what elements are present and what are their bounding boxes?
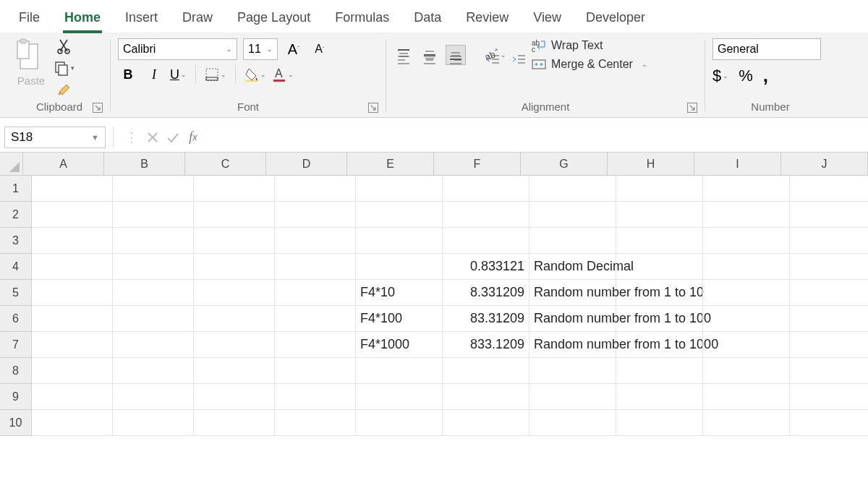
cell[interactable] (703, 306, 790, 332)
cell[interactable] (616, 280, 703, 306)
cell[interactable] (790, 228, 868, 254)
column-header[interactable]: I (694, 153, 781, 176)
cell[interactable] (443, 202, 529, 228)
cell[interactable] (443, 358, 529, 384)
bold-button[interactable]: B (118, 64, 138, 85)
row-header[interactable]: 4 (0, 254, 32, 280)
number-format-select[interactable]: General (712, 38, 821, 60)
row-header[interactable]: 7 (0, 332, 32, 358)
cell[interactable] (275, 176, 356, 202)
accounting-format-button[interactable]: $⌄ (712, 67, 728, 85)
decrease-font-icon[interactable]: Aˇ (310, 39, 330, 59)
cell[interactable] (703, 332, 790, 358)
percent-button[interactable]: % (739, 67, 753, 85)
borders-button[interactable]: ⌄ (205, 67, 226, 82)
cell[interactable] (275, 228, 356, 254)
cell[interactable] (356, 202, 443, 228)
column-header[interactable]: C (185, 153, 266, 176)
column-header[interactable]: E (347, 153, 434, 176)
cell[interactable] (529, 176, 616, 202)
comma-style-button[interactable]: , (763, 64, 768, 87)
tab-page-layout[interactable]: Page Layout (236, 6, 312, 33)
cell[interactable] (113, 384, 194, 410)
cell[interactable] (529, 228, 616, 254)
cell[interactable] (275, 280, 356, 306)
cell[interactable] (194, 280, 275, 306)
name-box[interactable]: S18 ▼ (4, 127, 106, 148)
cell[interactable] (275, 410, 356, 436)
cell[interactable] (194, 410, 275, 436)
cell[interactable] (616, 332, 703, 358)
cell[interactable] (790, 384, 868, 410)
cell[interactable] (113, 280, 194, 306)
fill-color-button[interactable]: ⌄ (244, 67, 266, 82)
cell[interactable] (32, 332, 113, 358)
select-all-corner[interactable] (0, 153, 23, 176)
row-header[interactable]: 8 (0, 358, 32, 384)
underline-button[interactable]: U⌄ (170, 67, 187, 82)
cell[interactable] (790, 176, 868, 202)
column-header[interactable]: F (434, 153, 521, 176)
column-header[interactable]: A (23, 153, 104, 176)
cell[interactable] (32, 176, 113, 202)
cell[interactable] (275, 384, 356, 410)
cell[interactable] (113, 332, 194, 358)
cell[interactable]: 83.31209 (443, 306, 529, 332)
row-header[interactable]: 5 (0, 280, 32, 306)
row-header[interactable]: 1 (0, 176, 32, 202)
cell[interactable] (32, 228, 113, 254)
cell[interactable] (529, 202, 616, 228)
cell[interactable] (194, 384, 275, 410)
align-center-icon[interactable] (420, 50, 440, 70)
cell[interactable] (616, 228, 703, 254)
cell[interactable] (113, 410, 194, 436)
cell[interactable] (194, 306, 275, 332)
cell[interactable] (790, 306, 868, 332)
cell[interactable] (194, 254, 275, 280)
cell[interactable] (194, 228, 275, 254)
cell[interactable] (616, 176, 703, 202)
cell[interactable] (529, 358, 616, 384)
cell[interactable]: Random Decimal (529, 254, 616, 280)
cell[interactable]: F4*100 (356, 306, 443, 332)
cell[interactable] (32, 410, 113, 436)
column-header[interactable]: J (781, 153, 868, 176)
cell[interactable] (356, 228, 443, 254)
cell[interactable] (703, 410, 790, 436)
align-left-icon[interactable] (393, 50, 414, 70)
cell[interactable]: F4*1000 (356, 332, 443, 358)
italic-button[interactable]: I (144, 64, 164, 85)
cut-icon[interactable] (57, 38, 72, 54)
cell[interactable] (790, 254, 868, 280)
cell[interactable] (356, 384, 443, 410)
column-header[interactable]: H (608, 153, 694, 176)
cell[interactable] (113, 306, 194, 332)
cell[interactable] (275, 254, 356, 280)
cell[interactable] (32, 280, 113, 306)
cell[interactable] (194, 332, 275, 358)
cell[interactable] (356, 254, 443, 280)
font-color-button[interactable]: A⌄ (272, 67, 294, 82)
tab-draw[interactable]: Draw (181, 6, 214, 33)
column-header[interactable]: D (266, 153, 347, 176)
cell[interactable] (356, 176, 443, 202)
cell[interactable] (356, 358, 443, 384)
cell[interactable] (32, 202, 113, 228)
cell[interactable] (529, 384, 616, 410)
tab-formulas[interactable]: Formulas (333, 6, 391, 33)
cell[interactable] (790, 280, 868, 306)
cell[interactable] (616, 410, 703, 436)
increase-font-icon[interactable]: Aˆ (284, 39, 304, 59)
cell[interactable] (113, 228, 194, 254)
column-header[interactable]: B (104, 153, 185, 176)
cell[interactable] (443, 410, 529, 436)
cell[interactable] (529, 410, 616, 436)
copy-icon[interactable]: ▾ (54, 60, 75, 76)
font-name-select[interactable]: Calibri⌄ (118, 38, 237, 60)
cell[interactable]: 8.331209 (443, 280, 529, 306)
cell[interactable] (790, 332, 868, 358)
cell[interactable] (703, 254, 790, 280)
dialog-launcher-icon[interactable] (368, 103, 378, 113)
cell[interactable]: Random number from 1 to 100 (529, 306, 616, 332)
cell[interactable] (443, 384, 529, 410)
